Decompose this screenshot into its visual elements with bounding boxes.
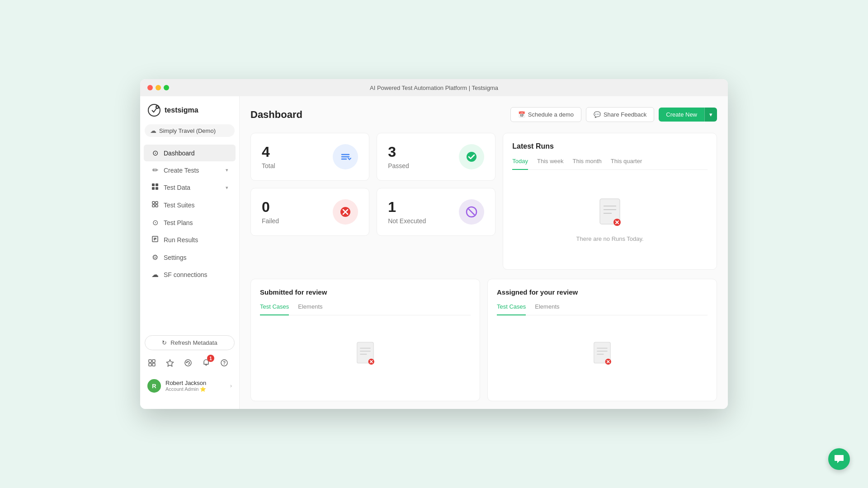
stats-right-col: 3 Passed 1 Not Execu bbox=[377, 133, 495, 236]
sidebar-item-label: Test Suites bbox=[164, 202, 194, 209]
updates-button[interactable] bbox=[181, 356, 195, 370]
sidebar-item-create-tests[interactable]: ✏ Create Tests ▾ bbox=[144, 162, 236, 178]
share-feedback-button[interactable]: 💬 Share Feedback bbox=[586, 107, 654, 122]
create-new-button[interactable]: Create New ▾ bbox=[659, 108, 717, 122]
latest-runs-tabs: Today This week This month This quarter bbox=[512, 158, 708, 170]
assigned-review-tabs: Test Cases Elements bbox=[497, 303, 708, 315]
user-profile[interactable]: R Robert Jackson Account Admin ⭐ › bbox=[145, 375, 235, 396]
sidebar-item-test-suites[interactable]: Test Suites bbox=[144, 197, 236, 214]
create-new-dropdown[interactable]: ▾ bbox=[704, 108, 717, 122]
stat-passed: 3 Passed bbox=[377, 133, 495, 181]
tab-this-month[interactable]: This month bbox=[573, 158, 602, 170]
latest-runs-empty: There are no Runs Today. bbox=[512, 179, 708, 260]
notifications-button[interactable]: 1 bbox=[199, 356, 213, 370]
avatar: R bbox=[147, 379, 161, 393]
svg-rect-16 bbox=[149, 363, 151, 366]
chevron-down-icon: ▾ bbox=[226, 167, 228, 173]
fullscreen-btn[interactable] bbox=[164, 85, 169, 90]
svg-rect-5 bbox=[156, 187, 158, 190]
sidebar-item-dashboard[interactable]: ⊙ Dashboard bbox=[144, 145, 236, 161]
svg-rect-7 bbox=[156, 202, 158, 204]
assigned-empty bbox=[497, 323, 708, 392]
bottom-icons-row: 1 ? bbox=[145, 356, 235, 370]
stat-not-executed-info: 1 Not Executed bbox=[388, 199, 426, 224]
stat-passed-number: 3 bbox=[388, 144, 409, 160]
stat-failed: 0 Failed bbox=[250, 188, 369, 236]
logo-text: testsigma bbox=[165, 106, 198, 114]
schedule-demo-button[interactable]: 📅 Schedule a demo bbox=[510, 107, 581, 122]
user-role: Account Admin ⭐ bbox=[165, 386, 226, 392]
test-plans-icon: ⊙ bbox=[151, 218, 159, 227]
sidebar-item-label: Test Data bbox=[164, 184, 190, 191]
user-name: Robert Jackson bbox=[165, 380, 226, 386]
tab-this-quarter[interactable]: This quarter bbox=[611, 158, 642, 170]
stat-total: 4 Total bbox=[250, 133, 369, 181]
stat-failed-number: 0 bbox=[262, 199, 279, 215]
sidebar-item-settings[interactable]: ⚙ Settings bbox=[144, 249, 236, 266]
grid-view-button[interactable] bbox=[145, 356, 159, 370]
sidebar-item-label: Test Plans bbox=[164, 219, 193, 226]
stat-total-number: 4 bbox=[262, 144, 275, 160]
svg-text:?: ? bbox=[223, 361, 226, 366]
header-actions: 📅 Schedule a demo 💬 Share Feedback Creat… bbox=[510, 107, 717, 122]
feedback-icon: 💬 bbox=[594, 111, 601, 118]
stat-total-label: Total bbox=[262, 162, 275, 169]
svg-rect-2 bbox=[152, 183, 155, 186]
sidebar-item-test-plans[interactable]: ⊙ Test Plans bbox=[144, 214, 236, 231]
tab-today[interactable]: Today bbox=[512, 158, 528, 170]
svg-rect-6 bbox=[152, 202, 155, 204]
assigned-tab-test-cases[interactable]: Test Cases bbox=[497, 303, 526, 315]
sidebar-item-label: Dashboard bbox=[164, 150, 195, 157]
submitted-tab-test-cases[interactable]: Test Cases bbox=[260, 303, 289, 315]
workspace-selector[interactable]: ☁ Simply Travel (Demo) bbox=[145, 124, 235, 137]
sidebar-item-label: Run Results bbox=[164, 236, 198, 244]
calendar-icon: 📅 bbox=[518, 111, 525, 118]
stat-failed-label: Failed bbox=[262, 217, 279, 225]
minimize-btn[interactable] bbox=[156, 85, 161, 90]
submitted-tab-elements[interactable]: Elements bbox=[298, 303, 322, 315]
create-new-main[interactable]: Create New bbox=[659, 108, 704, 122]
workspace-name: Simply Travel (Demo) bbox=[159, 127, 216, 134]
run-results-icon bbox=[151, 235, 159, 244]
star-icon: ⭐ bbox=[200, 386, 206, 392]
tab-this-week[interactable]: This week bbox=[537, 158, 564, 170]
user-info: Robert Jackson Account Admin ⭐ bbox=[165, 380, 226, 392]
help-button[interactable]: ? bbox=[217, 356, 231, 370]
refresh-metadata-button[interactable]: ↻ Refresh Metadata bbox=[145, 335, 235, 350]
submitted-review-tabs: Test Cases Elements bbox=[260, 303, 471, 315]
passed-icon bbox=[459, 144, 484, 169]
failed-icon bbox=[333, 199, 358, 225]
close-btn[interactable] bbox=[147, 85, 153, 90]
latest-runs-card: Latest Runs Today This week This month T… bbox=[503, 133, 717, 270]
logo: testsigma bbox=[140, 103, 239, 124]
chat-button[interactable] bbox=[828, 448, 850, 470]
sidebar-item-run-results[interactable]: Run Results bbox=[144, 231, 236, 249]
svg-line-31 bbox=[469, 209, 474, 215]
create-tests-icon: ✏ bbox=[151, 166, 159, 174]
favorites-button[interactable] bbox=[163, 356, 177, 370]
submitted-empty-icon bbox=[354, 341, 377, 368]
sidebar-bottom: ↻ Refresh Metadata 1 bbox=[140, 330, 239, 402]
stat-passed-label: Passed bbox=[388, 162, 409, 169]
main-content: Dashboard 📅 Schedule a demo 💬 Share Feed… bbox=[240, 96, 728, 409]
sidebar: testsigma ☁ Simply Travel (Demo) ⊙ Dashb… bbox=[140, 96, 240, 409]
titlebar: AI Powered Test Automation Platform | Te… bbox=[140, 79, 728, 96]
window-title: AI Powered Test Automation Platform | Te… bbox=[370, 84, 498, 91]
schedule-demo-label: Schedule a demo bbox=[528, 111, 574, 118]
submitted-empty bbox=[260, 323, 471, 392]
workspace-icon: ☁ bbox=[150, 127, 156, 134]
assigned-review-title: Assigned for your review bbox=[497, 288, 708, 296]
refresh-icon: ↻ bbox=[162, 339, 167, 346]
sidebar-item-test-data[interactable]: Test Data ▾ bbox=[144, 179, 236, 196]
assigned-tab-elements[interactable]: Elements bbox=[535, 303, 559, 315]
svg-point-29 bbox=[467, 152, 476, 162]
sidebar-item-label: SF connections bbox=[164, 271, 208, 278]
svg-rect-17 bbox=[152, 363, 155, 366]
notification-badge: 1 bbox=[207, 355, 214, 362]
test-data-icon bbox=[151, 183, 159, 192]
sidebar-item-sf-connections[interactable]: ☁ SF connections bbox=[144, 266, 236, 283]
stat-not-executed-number: 1 bbox=[388, 199, 426, 215]
latest-runs-empty-text: There are no Runs Today. bbox=[576, 235, 644, 242]
svg-marker-18 bbox=[167, 360, 174, 366]
sidebar-item-label: Create Tests bbox=[164, 167, 199, 174]
